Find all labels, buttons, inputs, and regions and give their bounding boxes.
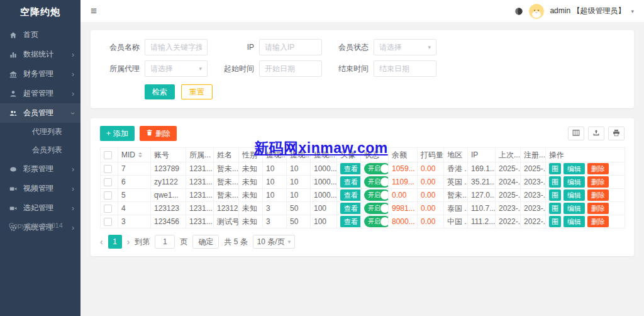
cell-account: qwe1... xyxy=(151,189,186,202)
column-header: 操作 xyxy=(546,148,625,162)
cell-reg: 2022-... xyxy=(521,215,546,229)
print-tool-button[interactable] xyxy=(608,127,625,140)
print-icon xyxy=(613,129,620,138)
chevron-right-icon: › xyxy=(72,90,74,98)
edit-button[interactable]: 编辑 xyxy=(564,189,585,201)
cell-gender: 未知 xyxy=(239,202,263,215)
view-avatar-button[interactable]: 查看 xyxy=(340,176,361,188)
row-checkbox[interactable] xyxy=(104,191,112,200)
status-toggle[interactable]: 开启 xyxy=(364,203,389,214)
export-tool-button[interactable] xyxy=(588,127,604,140)
columns-tool-button[interactable] xyxy=(568,127,584,140)
row-checkbox[interactable] xyxy=(104,178,112,186)
status-toggle[interactable]: 开启 xyxy=(364,163,389,174)
misc-op-button[interactable]: 圈 xyxy=(549,163,561,174)
search-button[interactable]: 检索 xyxy=(145,84,175,99)
sidebar-item-admins[interactable]: 超管管理› xyxy=(0,84,80,103)
sidebar-subitem-agent-list[interactable]: 代理列表 xyxy=(0,123,80,141)
hamburger-icon[interactable]: ≡ xyxy=(91,6,97,16)
cell-region: 英国 ... xyxy=(444,176,468,189)
agent-select[interactable]: 请选择 ▾ xyxy=(145,60,208,77)
sidebar-item-stats[interactable]: 数据统计› xyxy=(0,45,80,64)
cell-mid: 3 xyxy=(118,215,151,229)
ip-input[interactable] xyxy=(259,39,322,55)
misc-op-button[interactable]: 圈 xyxy=(549,203,561,214)
page-1-button[interactable]: 1 xyxy=(108,235,122,249)
search-buttons: 检索 重置 xyxy=(145,84,621,99)
end-date-input[interactable] xyxy=(374,60,436,77)
prev-page-button[interactable]: ‹ xyxy=(100,237,103,246)
columns-icon xyxy=(572,129,580,138)
view-avatar-button[interactable]: 查看 xyxy=(340,189,361,201)
add-button[interactable]: + 添加 xyxy=(100,126,135,141)
sidebar-item-label: 首页 xyxy=(23,30,74,40)
field-member-name: 会员名称 xyxy=(103,39,208,55)
misc-op-button[interactable]: 圈 xyxy=(549,176,561,188)
table-row: 5qwe1...1231...暂未...未知10101000...查看开启0.0… xyxy=(101,189,625,202)
jump-page-input[interactable] xyxy=(155,235,175,249)
edit-button[interactable]: 编辑 xyxy=(564,216,585,227)
field-label: IP xyxy=(218,43,254,52)
select-all-checkbox[interactable] xyxy=(104,151,112,159)
sidebar: 空降约炮 首页数据统计›财务管理›超管管理›会员管理›代理列表会员列表彩票管理›… xyxy=(0,0,80,316)
reset-button[interactable]: 重置 xyxy=(181,84,213,99)
edit-button[interactable]: 编辑 xyxy=(564,176,585,188)
delete-row-button[interactable]: 删除 xyxy=(587,216,609,227)
start-date-input[interactable] xyxy=(259,60,322,77)
sidebar-item-home[interactable]: 首页 xyxy=(0,25,80,45)
table-row: 41231231231...123123未知350100查看开启9981...0… xyxy=(101,202,625,215)
cell-w3: 100 xyxy=(311,215,337,229)
delete-button[interactable]: 删除 xyxy=(140,126,177,141)
sidebar-item-finance[interactable]: 财务管理› xyxy=(0,64,80,84)
cell-reg: 2023-... xyxy=(521,176,546,189)
status-toggle[interactable]: 开启 xyxy=(364,189,389,201)
avatar[interactable] xyxy=(529,4,544,19)
cell-balance: 0.00 xyxy=(389,189,418,202)
cell-balance: 8000... xyxy=(389,215,418,229)
username-dropdown[interactable]: admin 【超级管理员】 xyxy=(550,6,625,16)
sort-icon[interactable] xyxy=(138,150,142,159)
theme-globe-icon[interactable] xyxy=(514,7,523,16)
field-ip: IP xyxy=(218,39,322,55)
row-checkbox[interactable] xyxy=(104,218,112,226)
status-toggle[interactable]: 开启 xyxy=(364,216,389,227)
chevron-right-icon: › xyxy=(72,71,74,78)
sidebar-item-concubine[interactable]: 选妃管理› xyxy=(0,198,80,218)
view-avatar-button[interactable]: 查看 xyxy=(340,203,361,214)
video-icon xyxy=(9,184,18,193)
page-unit-label: 页 xyxy=(180,237,187,247)
cell-gender: 未知 xyxy=(239,189,263,202)
misc-op-button[interactable]: 圈 xyxy=(549,189,561,201)
row-checkbox[interactable] xyxy=(104,205,112,213)
search-panel: 会员名称 IP 会员状态 请选择 ▾ 所属代理 请选择 ▾ xyxy=(91,30,634,108)
sidebar-item-lottery[interactable]: 彩票管理› xyxy=(0,159,80,179)
delete-row-button[interactable]: 删除 xyxy=(587,203,609,214)
field-agent: 所属代理 请选择 ▾ xyxy=(103,60,208,77)
sidebar-item-members[interactable]: 会员管理› xyxy=(0,103,80,123)
cell-w1: 10 xyxy=(263,189,287,202)
sidebar-menu: 首页数据统计›财务管理›超管管理›会员管理›代理列表会员列表彩票管理›视频管理›… xyxy=(0,25,80,237)
view-avatar-button[interactable]: 查看 xyxy=(340,163,361,174)
cell-w2: 50 xyxy=(287,215,311,229)
sidebar-item-video[interactable]: 视频管理› xyxy=(0,179,80,198)
next-page-button[interactable]: › xyxy=(127,237,130,246)
status-toggle[interactable]: 开启 xyxy=(364,176,389,188)
confirm-button[interactable]: 确定 xyxy=(192,235,219,249)
row-checkbox[interactable] xyxy=(104,165,112,173)
edit-button[interactable]: 编辑 xyxy=(564,163,585,174)
sidebar-subitem-member-list[interactable]: 会员列表 xyxy=(0,141,80,159)
member-name-input[interactable] xyxy=(145,39,208,55)
delete-row-button[interactable]: 删除 xyxy=(587,163,609,174)
view-avatar-button[interactable]: 查看 xyxy=(340,216,361,227)
delete-row-button[interactable]: 删除 xyxy=(587,189,609,201)
cell-mid: 5 xyxy=(118,189,151,202)
edit-button[interactable]: 编辑 xyxy=(564,203,585,214)
field-label: 起始时间 xyxy=(218,64,254,74)
member-status-select[interactable]: 请选择 ▾ xyxy=(374,39,436,55)
chevron-right-icon: › xyxy=(72,185,74,193)
delete-row-button[interactable]: 删除 xyxy=(587,176,609,188)
table-row: 71237891231...暂未...未知10101000...查看开启1059… xyxy=(101,162,625,176)
page-size-select[interactable]: 10 条/页 ▾ xyxy=(253,235,296,249)
copyright-text: Copyright © 2014 xyxy=(9,222,63,229)
misc-op-button[interactable]: 圈 xyxy=(549,216,561,227)
